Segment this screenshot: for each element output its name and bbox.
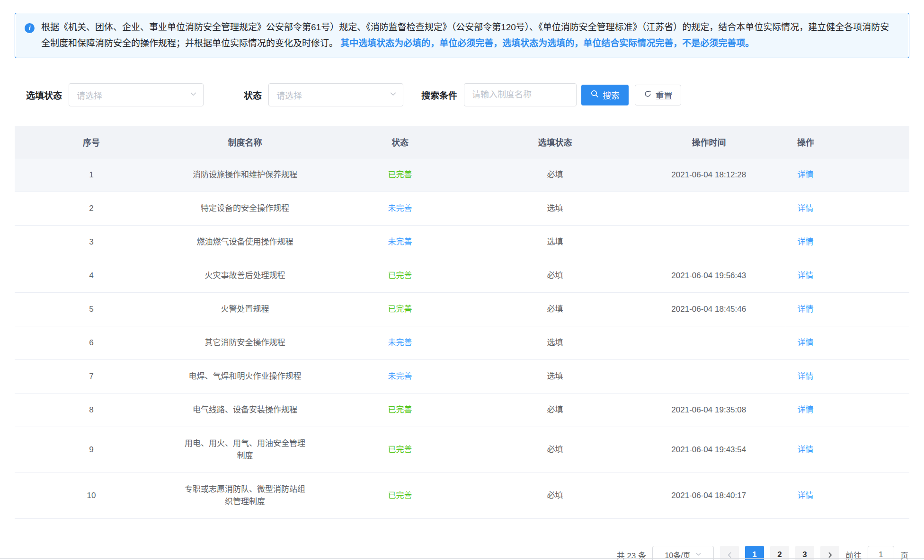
table-header-row: 序号 制度名称 状态 选填状态 操作时间 操作 [15,126,909,158]
column-header-action: 操作 [786,126,909,158]
status-badge: 已完善 [388,491,412,500]
status-badge: 未完善 [388,372,412,381]
row-required: 选填 [478,326,632,360]
row-status-cell: 已完善 [322,473,478,519]
row-time: 2021-06-04 18:12:28 [632,158,786,192]
row-index: 10 [15,473,168,519]
row-name: 用电、用火、用气、用油安全管理制度 [182,438,308,462]
status-badge: 已完善 [388,445,412,454]
row-name: 火警处置规程 [221,303,269,315]
table-row: 1 消防设施操作和维护保养规程 已完善 必填 2021-06-04 18:12:… [15,158,909,192]
row-name-cell: 电气线路、设备安装操作规程 [168,394,322,427]
table-row: 10 专职或志愿消防队、微型消防站组织管理制度 已完善 必填 2021-06-0… [15,473,909,519]
row-status-cell: 未完善 [322,360,478,394]
optional-status-label: 选填状态 [26,88,62,101]
detail-link[interactable]: 详情 [798,338,814,347]
search-button[interactable]: 搜索 [581,85,629,105]
table-row: 8 电气线路、设备安装操作规程 已完善 必填 2021-06-04 19:35:… [15,394,909,427]
optional-status-select[interactable]: 请选择 [69,83,204,106]
row-time [632,360,786,394]
chevron-down-icon [190,90,197,99]
row-action-cell: 详情 [786,326,909,360]
row-required: 必填 [478,293,632,326]
detail-link[interactable]: 详情 [798,445,814,454]
row-name-cell: 特定设备的安全操作规程 [168,192,322,226]
table-row: 4 火灾事故善后处理规程 已完善 必填 2021-06-04 19:56:43 … [15,259,909,293]
status-badge: 未完善 [388,237,412,246]
row-status-cell: 已完善 [322,427,478,473]
row-name: 消防设施操作和维护保养规程 [193,169,297,181]
detail-link[interactable]: 详情 [798,204,814,213]
table-row: 6 其它消防安全操作规程 未完善 选填 详情 [15,326,909,360]
row-name-cell: 其它消防安全操作规程 [168,326,322,360]
row-name-cell: 火警处置规程 [168,293,322,326]
row-status-cell: 未完善 [322,326,478,360]
row-name: 电气线路、设备安装操作规程 [193,404,297,416]
row-index: 1 [15,158,168,192]
row-index: 3 [15,226,168,259]
row-status-cell: 已完善 [322,394,478,427]
detail-link[interactable]: 详情 [798,271,814,280]
row-required: 选填 [478,360,632,394]
reset-button[interactable]: 重置 [635,85,681,105]
row-action-cell: 详情 [786,473,909,519]
row-time: 2021-06-04 18:45:46 [632,293,786,326]
row-status-cell: 已完善 [322,293,478,326]
table-row: 5 火警处置规程 已完善 必填 2021-06-04 18:45:46 详情 [15,293,909,326]
column-header-required: 选填状态 [478,126,632,158]
refresh-icon [644,90,652,100]
detail-link[interactable]: 详情 [798,405,814,414]
row-index: 5 [15,293,168,326]
row-status-cell: 未完善 [322,192,478,226]
row-required: 必填 [478,473,632,519]
regulation-table: 序号 制度名称 状态 选填状态 操作时间 操作 1 消防设施操作和维护保养规程 … [15,126,909,519]
detail-link[interactable]: 详情 [798,305,814,314]
status-badge: 已完善 [388,305,412,314]
row-index: 9 [15,427,168,473]
status-badge: 未完善 [388,338,412,347]
table-row: 9 用电、用火、用气、用油安全管理制度 已完善 必填 2021-06-04 19… [15,427,909,473]
row-index: 6 [15,326,168,360]
row-status-cell: 未完善 [322,226,478,259]
row-action-cell: 详情 [786,427,909,473]
row-required: 必填 [478,259,632,293]
row-name-cell: 火灾事故善后处理规程 [168,259,322,293]
search-input[interactable] [464,83,577,106]
row-required: 选填 [478,226,632,259]
row-name-cell: 用电、用火、用气、用油安全管理制度 [168,427,322,473]
row-time: 2021-06-04 19:56:43 [632,259,786,293]
detail-link[interactable]: 详情 [798,237,814,246]
search-icon [590,89,599,100]
table-row: 2 特定设备的安全操作规程 未完善 选填 详情 [15,192,909,226]
column-header-status: 状态 [322,126,478,158]
row-status-cell: 已完善 [322,158,478,192]
row-name: 燃油燃气设备使用操作规程 [197,236,293,248]
row-name: 火灾事故善后处理规程 [205,270,285,282]
row-name-cell: 专职或志愿消防队、微型消防站组织管理制度 [168,473,322,519]
reset-button-label: 重置 [656,89,673,101]
row-time: 2021-06-04 19:35:08 [632,394,786,427]
row-action-cell: 详情 [786,192,909,226]
detail-link[interactable]: 详情 [798,170,814,179]
detail-link[interactable]: 详情 [798,491,814,500]
detail-link[interactable]: 详情 [798,372,814,381]
page: i 根据《机关、团体、企业、事业单位消防安全管理规定》公安部令第61号）规定、《… [0,0,924,560]
row-required: 必填 [478,427,632,473]
info-icon: i [25,23,35,33]
row-required: 必填 [478,394,632,427]
column-header-time: 操作时间 [632,126,786,158]
status-badge: 已完善 [388,405,412,414]
status-select[interactable]: 请选择 [268,83,403,106]
row-action-cell: 详情 [786,158,909,192]
row-action-cell: 详情 [786,226,909,259]
row-time: 2021-06-04 19:43:54 [632,427,786,473]
row-time [632,226,786,259]
search-button-label: 搜索 [603,89,620,101]
status-placeholder: 请选择 [276,89,302,101]
row-name-cell: 燃油燃气设备使用操作规程 [168,226,322,259]
row-index: 2 [15,192,168,226]
optional-status-placeholder: 请选择 [77,89,102,101]
status-badge: 已完善 [388,170,412,179]
row-index: 7 [15,360,168,394]
row-action-cell: 详情 [786,293,909,326]
